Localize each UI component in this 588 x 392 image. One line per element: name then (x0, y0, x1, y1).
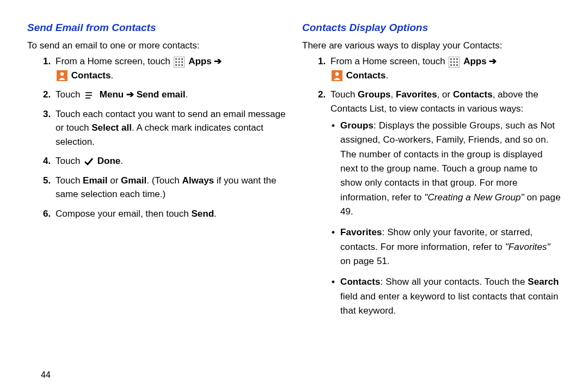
contacts-icon (332, 70, 342, 81)
bullet-favorites: Favorites: Show only your favorite, or s… (340, 225, 561, 268)
period: . (120, 156, 123, 166)
svg-rect-4 (175, 61, 177, 63)
period: . (111, 70, 113, 81)
svg-rect-1 (175, 58, 177, 60)
svg-rect-6 (181, 61, 183, 63)
contacts-tab-label: Contacts (453, 89, 493, 100)
page-number: 44 (41, 370, 51, 380)
search-label: Search (528, 277, 559, 287)
svg-rect-19 (456, 58, 458, 60)
text: , (391, 89, 396, 100)
text: field and enter a keyword to list contac… (340, 291, 559, 316)
menu-icon (84, 91, 96, 100)
apps-label: Apps (463, 56, 487, 66)
svg-rect-25 (456, 64, 458, 66)
left-column: Send Email from Contacts To send an emai… (27, 22, 286, 324)
label: Groups (340, 120, 373, 131)
svg-rect-20 (450, 61, 452, 63)
text: : Displays the possible Groups, such as … (340, 120, 555, 203)
manual-page: Send Email from Contacts To send an emai… (0, 0, 588, 330)
text: , or (437, 89, 453, 100)
text: Touch (330, 89, 358, 100)
section-heading-send-email: Send Email from Contacts (27, 22, 286, 34)
svg-rect-8 (179, 64, 180, 66)
period: . (214, 209, 217, 219)
step-3: Touch each contact you want to send an e… (53, 107, 286, 149)
arrow-icon: ➔ (126, 89, 134, 100)
step-2: Touch Groups, Favorites, or Contacts, ab… (328, 88, 561, 318)
text: Compose your email, then touch (56, 209, 191, 219)
label: Favorites (340, 227, 382, 237)
text: From a Home screen, touch (330, 56, 448, 66)
steps-list: From a Home screen, touch Apps ➔ Contact… (27, 54, 286, 220)
contacts-label: Contacts (71, 70, 111, 81)
apps-grid-icon (449, 57, 460, 68)
label: Contacts (340, 277, 381, 287)
menu-label: Menu (100, 89, 124, 100)
right-column: Contacts Display Options There are vario… (302, 22, 561, 324)
text: Touch (56, 156, 83, 166)
text: or (107, 175, 121, 186)
arrow-icon: ➔ (214, 56, 222, 66)
svg-rect-14 (85, 95, 92, 96)
bullet-groups: Groups: Displays the possible Groups, su… (340, 119, 561, 219)
period: . (385, 70, 388, 81)
groups-label: Groups (358, 89, 390, 100)
svg-point-11 (60, 72, 64, 76)
svg-rect-17 (450, 58, 452, 60)
select-all-label: Select all (91, 122, 132, 133)
svg-rect-23 (450, 64, 452, 66)
svg-rect-3 (181, 58, 183, 60)
svg-rect-13 (85, 92, 92, 93)
step-5: Touch Email or Gmail. (Touch Always if y… (53, 174, 286, 201)
email-label: Email (83, 175, 107, 186)
period: . (185, 89, 188, 100)
steps-list: From a Home screen, touch Apps ➔ Contact… (302, 54, 561, 318)
reference-link: "Favorites" (505, 242, 550, 252)
step-4: Touch Done. (53, 154, 286, 168)
gmail-label: Gmail (121, 175, 146, 186)
svg-rect-9 (181, 64, 183, 66)
svg-rect-21 (454, 61, 455, 63)
intro-text: To send an email to one or more contacts… (27, 40, 286, 51)
text: : Show all your contacts. Touch the (381, 277, 528, 287)
text: Touch (56, 175, 83, 186)
text: From a Home screen, touch (56, 56, 173, 66)
checkmark-icon (84, 157, 94, 166)
send-label: Send (191, 209, 214, 219)
intro-text: There are various ways to display your C… (302, 40, 561, 51)
svg-rect-24 (454, 64, 455, 66)
text: Touch (56, 89, 83, 100)
sub-bullet-list: Groups: Displays the possible Groups, su… (330, 119, 561, 318)
section-heading-display-options: Contacts Display Options (302, 22, 561, 34)
svg-rect-15 (85, 97, 90, 99)
apps-grid-icon (174, 57, 185, 68)
svg-rect-5 (179, 61, 180, 63)
step-2: Touch Menu ➔ Send email. (53, 88, 286, 102)
svg-rect-22 (456, 61, 458, 63)
step-1: From a Home screen, touch Apps ➔ Contact… (53, 54, 286, 82)
reference-link: "Creating a New Group" (424, 192, 524, 203)
step-1: From a Home screen, touch Apps ➔ Contact… (328, 54, 561, 82)
apps-label: Apps (188, 56, 212, 66)
bullet-contacts: Contacts: Show all your contacts. Touch … (340, 275, 561, 318)
step-6: Compose your email, then touch Send. (53, 207, 286, 221)
arrow-icon: ➔ (489, 56, 497, 66)
favorites-label: Favorites (396, 89, 437, 100)
send-email-label: Send email (137, 89, 186, 100)
svg-rect-18 (454, 58, 455, 60)
contacts-icon (57, 70, 68, 81)
done-label: Done (97, 156, 121, 166)
contacts-label: Contacts (346, 70, 386, 81)
text: on page 51. (340, 256, 390, 266)
svg-rect-7 (175, 64, 177, 66)
always-label: Always (182, 175, 214, 186)
svg-rect-2 (179, 58, 180, 60)
text: . (Touch (146, 175, 182, 186)
svg-point-27 (335, 72, 339, 76)
